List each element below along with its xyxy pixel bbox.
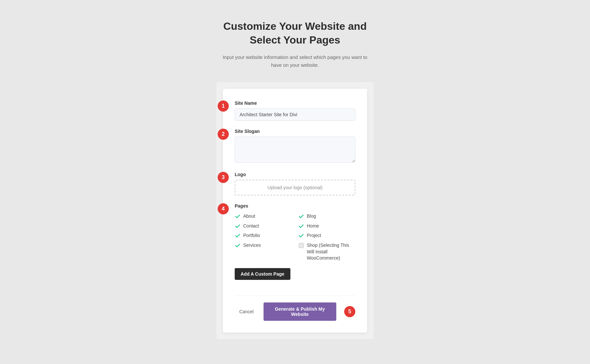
- pages-grid: About Blog Contact: [235, 213, 355, 262]
- page-item-contact[interactable]: Contact: [235, 223, 292, 229]
- card-wrapper: 1 Site Name 2 Site Slogan 3 Logo Upload …: [216, 82, 374, 339]
- step3-wrapper: 3 Logo Upload your logo (optional): [235, 172, 355, 195]
- page-item-about[interactable]: About: [235, 213, 292, 220]
- page-title: Customize Your Website and Select Your P…: [220, 20, 370, 47]
- check-services-icon: [235, 243, 241, 248]
- check-about-icon: [235, 213, 241, 219]
- logo-group: Logo Upload your logo (optional): [235, 172, 355, 195]
- step1-badge: 1: [218, 100, 229, 112]
- page-item-services[interactable]: Services: [235, 242, 292, 262]
- check-project-icon: [298, 233, 304, 239]
- page-item-about-label: About: [243, 213, 255, 220]
- generate-publish-button[interactable]: Generate & Publish My Website: [264, 302, 336, 321]
- page-item-services-label: Services: [243, 242, 261, 249]
- page-item-home-label: Home: [307, 223, 319, 229]
- page-subtitle: Input your website information and selec…: [220, 53, 370, 69]
- page-item-home[interactable]: Home: [298, 223, 355, 229]
- page-item-contact-label: Contact: [243, 223, 259, 229]
- site-name-group: Site Name: [235, 100, 355, 121]
- check-blog-icon: [298, 213, 304, 219]
- add-custom-page-wrapper: Add A Custom Page: [235, 268, 355, 288]
- step4-badge: 4: [218, 203, 229, 214]
- step5-badge: 5: [344, 306, 355, 317]
- page-item-blog[interactable]: Blog: [298, 213, 355, 220]
- page-item-shop[interactable]: Shop (Selecting This Will Install WooCom…: [298, 242, 355, 262]
- step2-badge: 2: [218, 129, 229, 140]
- page-item-portfolio[interactable]: Portfolio: [235, 232, 292, 239]
- add-custom-page-button[interactable]: Add A Custom Page: [235, 268, 290, 280]
- site-slogan-input[interactable]: [235, 136, 355, 163]
- step2-wrapper: 2 Site Slogan: [235, 129, 355, 164]
- divider: [235, 296, 355, 296]
- logo-label: Logo: [235, 172, 355, 177]
- check-home-icon: [298, 223, 304, 229]
- page-item-portfolio-label: Portfolio: [243, 232, 260, 239]
- page-item-project[interactable]: Project: [298, 232, 355, 239]
- pages-label: Pages: [235, 203, 355, 209]
- page-item-shop-label: Shop (Selecting This Will Install WooCom…: [307, 242, 355, 262]
- page-item-project-label: Project: [307, 232, 321, 239]
- step3-badge: 3: [218, 172, 229, 183]
- page-header: Customize Your Website and Select Your P…: [220, 20, 370, 69]
- pages-section: Pages About Blog: [235, 203, 355, 262]
- step4-wrapper: 4 Pages About: [235, 203, 355, 262]
- page-item-blog-label: Blog: [307, 213, 316, 220]
- site-slogan-group: Site Slogan: [235, 129, 355, 164]
- svg-rect-0: [299, 243, 304, 248]
- step1-wrapper: 1 Site Name: [235, 100, 355, 121]
- check-contact-icon: [235, 223, 241, 229]
- site-slogan-label: Site Slogan: [235, 129, 355, 134]
- footer-actions: Cancel Generate & Publish My Website 5: [235, 302, 355, 321]
- cancel-button[interactable]: Cancel: [235, 306, 258, 318]
- logo-upload-area[interactable]: Upload your logo (optional): [235, 180, 355, 195]
- form-card: 1 Site Name 2 Site Slogan 3 Logo Upload …: [223, 89, 367, 333]
- check-shop-icon: [298, 243, 304, 248]
- site-name-input[interactable]: [235, 108, 355, 121]
- check-portfolio-icon: [235, 233, 241, 239]
- site-name-label: Site Name: [235, 100, 355, 106]
